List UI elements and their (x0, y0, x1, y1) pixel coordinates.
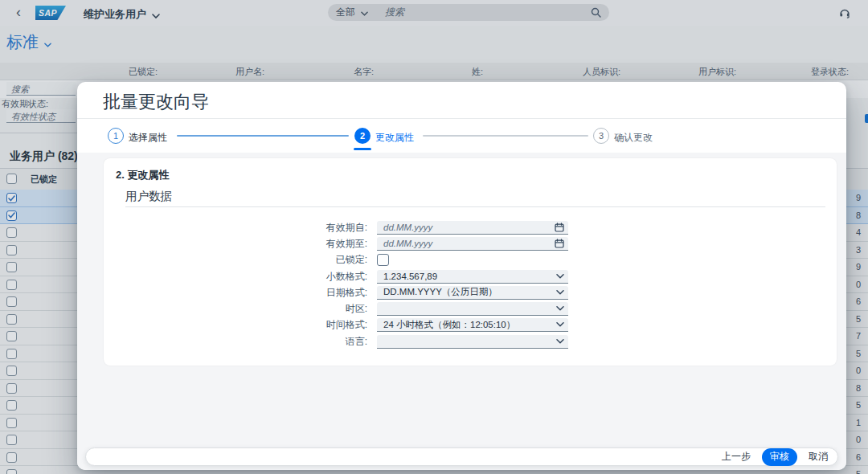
field-label: 已锁定: (104, 253, 377, 267)
dialog-body: 2. 更改属性 用户数据 有效期自:dd.MM.yyyy有效期至:dd.MM.y… (77, 153, 846, 470)
active-step-underline (354, 148, 371, 150)
field-label: 小数格式: (104, 270, 377, 284)
field-control: 24 小时格式（例如：12:05:10） (377, 318, 568, 332)
field-value: DD.MM.YYYY（公历日期） (383, 286, 497, 298)
form-row: 日期格式:DD.MM.YYYY（公历日期） (104, 284, 837, 300)
divider (125, 206, 825, 207)
wizard-step-3-label[interactable]: 确认更改 (614, 131, 653, 145)
field-control: 1.234.567,89 (377, 270, 568, 284)
field-control (377, 335, 568, 349)
calendar-icon[interactable] (555, 239, 564, 248)
previous-step-button[interactable]: 上一步 (722, 450, 751, 464)
date-input[interactable]: dd.MM.yyyy (377, 237, 568, 251)
field-label: 语言: (104, 335, 377, 349)
chevron-down-icon (556, 339, 564, 344)
field-control (377, 254, 389, 266)
select-input[interactable]: 1.234.567,89 (377, 270, 568, 284)
step-content-card: 2. 更改属性 用户数据 有效期自:dd.MM.yyyy有效期至:dd.MM.y… (104, 158, 837, 366)
field-label: 有效期至: (104, 237, 377, 251)
form-group-title: 用户数据 (125, 189, 172, 204)
chevron-down-icon (556, 274, 564, 279)
dialog-footer: 上一步 审核 取消 (85, 447, 838, 466)
date-input[interactable]: dd.MM.yyyy (377, 221, 568, 235)
form-row: 小数格式:1.234.567,89 (104, 268, 837, 284)
wizard-step-1-circle[interactable]: 1 (108, 128, 124, 144)
wizard-connector (177, 135, 349, 137)
field-value: 24 小时格式（例如：12:05:10） (383, 319, 515, 331)
form-row: 语言: (104, 333, 837, 349)
form-row: 时间格式:24 小时格式（例如：12:05:10） (104, 317, 837, 333)
field-placeholder: dd.MM.yyyy (383, 239, 432, 248)
form-row: 有效期至:dd.MM.yyyy (104, 235, 837, 251)
select-input[interactable]: DD.MM.YYYY（公历日期） (377, 286, 568, 300)
screen: ‹ SAP 维护业务用户 全部 搜索 标准 已锁定:用户名:名字:姓:人员标识:… (0, 0, 868, 474)
wizard-step-2-circle[interactable]: 2 (354, 128, 371, 144)
field-label: 时区: (104, 302, 377, 316)
field-control: dd.MM.yyyy (377, 221, 568, 235)
locked-checkbox[interactable] (377, 254, 389, 266)
wizard-progress-bar: 1选择属性2更改属性3确认更改 (77, 119, 846, 153)
dialog-title: 批量更改向导 (103, 90, 209, 114)
cancel-button[interactable]: 取消 (809, 450, 828, 464)
wizard-connector (423, 135, 588, 137)
form-row: 已锁定: (104, 252, 837, 268)
calendar-icon[interactable] (555, 223, 564, 232)
field-control: DD.MM.YYYY（公历日期） (377, 286, 568, 300)
field-value: 1.234.567,89 (383, 272, 437, 281)
batch-change-wizard-dialog: 批量更改向导 1选择属性2更改属性3确认更改 2. 更改属性 用户数据 有效期自… (77, 82, 846, 470)
field-control (377, 302, 568, 316)
chevron-down-icon (556, 322, 564, 327)
field-label: 日期格式: (104, 286, 377, 300)
select-input[interactable] (377, 302, 568, 316)
wizard-step-1-label[interactable]: 选择属性 (129, 131, 167, 145)
wizard-step-2-label[interactable]: 更改属性 (375, 131, 414, 145)
review-button[interactable]: 审核 (762, 448, 797, 466)
form-row: 时区: (104, 300, 837, 317)
step-section-title: 2. 更改属性 (116, 168, 169, 182)
field-control: dd.MM.yyyy (377, 237, 568, 251)
chevron-down-icon (556, 306, 564, 311)
select-input[interactable]: 24 小时格式（例如：12:05:10） (377, 318, 568, 332)
field-label: 有效期自: (104, 221, 377, 235)
select-input[interactable] (377, 335, 568, 349)
user-data-form: 有效期自:dd.MM.yyyy有效期至:dd.MM.yyyy已锁定:小数格式:1… (104, 219, 837, 349)
field-label: 时间格式: (104, 318, 377, 332)
field-placeholder: dd.MM.yyyy (383, 223, 432, 232)
wizard-step-3-circle[interactable]: 3 (593, 128, 609, 144)
chevron-down-icon (556, 290, 564, 295)
form-row: 有效期自:dd.MM.yyyy (104, 219, 837, 235)
